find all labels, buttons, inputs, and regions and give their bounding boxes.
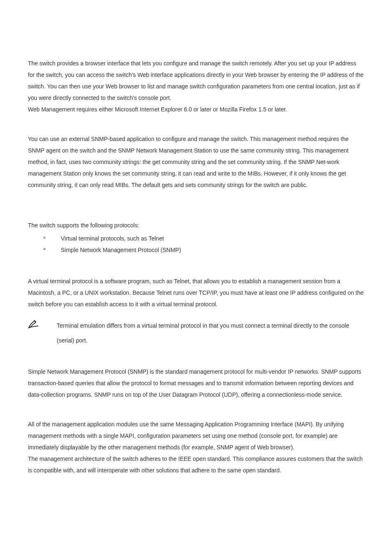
note-block: Terminal emulation differs from a virtua… xyxy=(28,318,364,348)
list-item: Virtual terminal protocols, such as Teln… xyxy=(28,234,364,243)
spacer xyxy=(28,257,364,275)
list-item-text: Virtual terminal protocols, such as Teln… xyxy=(61,234,164,243)
paragraph-protocols-heading: The switch supports the following protoc… xyxy=(28,220,364,231)
note-icon-cell xyxy=(28,318,57,329)
list-item-text: Simple Network Management Protocol (SNMP… xyxy=(61,246,181,254)
paragraph-snmp-external: You can use an external SNMP-based appli… xyxy=(28,133,364,191)
bullet-marker xyxy=(28,246,61,250)
note-text: Terminal emulation differs from a virtua… xyxy=(57,318,364,348)
spacer xyxy=(28,348,364,366)
spacer xyxy=(28,115,364,133)
spacer xyxy=(28,400,364,419)
protocol-list: Virtual terminal protocols, such as Teln… xyxy=(28,234,364,254)
paragraph-browser-interface: The switch provides a browser interface … xyxy=(28,58,364,104)
list-item: Simple Network Management Protocol (SNMP… xyxy=(28,246,364,254)
paragraph-architecture: The management architecture of the switc… xyxy=(28,453,364,476)
handwriting-note-icon xyxy=(28,319,39,329)
paragraph-virtual-terminal: A virtual terminal protocol is a softwar… xyxy=(28,275,364,310)
paragraph-snmp-description: Simple Network Management Protocol (SNMP… xyxy=(28,366,364,400)
bullet-marker xyxy=(28,234,61,238)
paragraph-web-requirements: Web Management requires either Microsoft… xyxy=(28,104,364,115)
document-page: The switch provides a browser interface … xyxy=(0,0,392,555)
spacer xyxy=(28,191,364,220)
paragraph-mapi: All of the management application module… xyxy=(28,419,364,453)
